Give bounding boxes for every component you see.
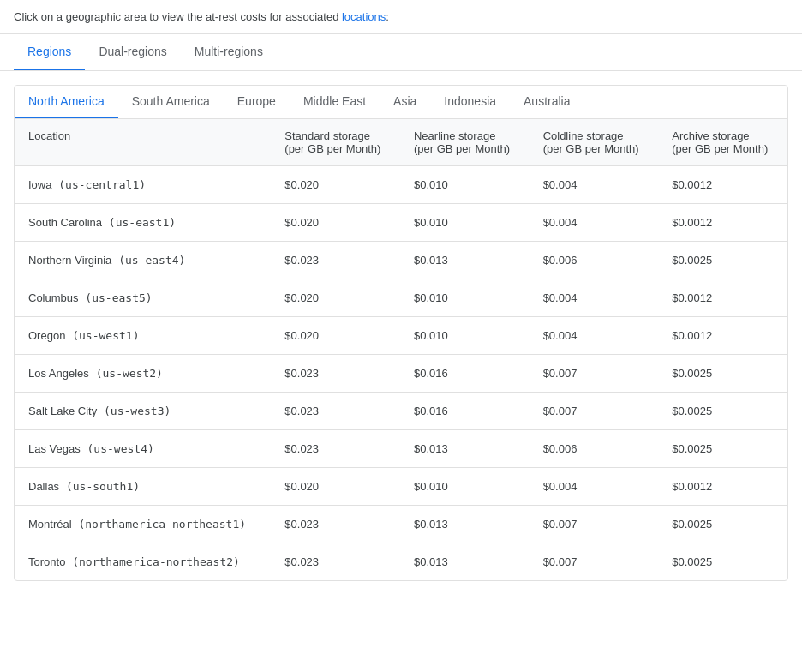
location-name: Dallas [28, 480, 59, 493]
cell-coldline: $0.004 [530, 317, 659, 355]
table-container: North America South America Europe Middl… [14, 85, 788, 581]
location-code: (us-east5) [79, 291, 153, 304]
location-code: (us-west2) [89, 367, 163, 380]
cell-nearline: $0.010 [400, 317, 530, 355]
location-code: (us-west1) [65, 329, 139, 342]
location-name: South Carolina [28, 216, 102, 229]
location-code: (us-west4) [81, 442, 154, 455]
outer-tabs-container: Regions Dual-regions Multi-regions [0, 34, 802, 71]
tab-multi-regions[interactable]: Multi-regions [181, 34, 277, 70]
inner-tab-south-america[interactable]: South America [118, 86, 224, 118]
cell-standard: $0.020 [271, 166, 400, 204]
cell-standard: $0.020 [271, 204, 400, 242]
cell-location: Salt Lake City (us-west3) [15, 393, 271, 430]
location-code: (us-east1) [102, 216, 176, 229]
cell-nearline: $0.013 [400, 242, 530, 279]
cell-location: Dallas (us-south1) [15, 468, 271, 506]
cell-archive: $0.0025 [658, 430, 787, 468]
cell-archive: $0.0012 [658, 468, 787, 506]
cell-coldline: $0.007 [530, 393, 659, 430]
table-row: Toronto (northamerica-northeast2)$0.023$… [15, 543, 787, 581]
cell-archive: $0.0012 [658, 204, 787, 242]
cell-standard: $0.023 [271, 393, 400, 430]
cell-coldline: $0.007 [530, 506, 659, 543]
cell-coldline: $0.004 [530, 204, 659, 242]
cell-nearline: $0.010 [400, 279, 530, 317]
table-row: Los Angeles (us-west2)$0.023$0.016$0.007… [15, 355, 787, 393]
inner-tab-indonesia[interactable]: Indonesia [430, 86, 510, 118]
col-header-nearline: Nearline storage(per GB per Month) [400, 119, 530, 166]
location-name: Iowa [28, 178, 51, 191]
cell-standard: $0.020 [271, 468, 400, 506]
cell-location: South Carolina (us-east1) [15, 204, 271, 242]
table-row: Oregon (us-west1)$0.020$0.010$0.004$0.00… [15, 317, 787, 355]
cell-location: Los Angeles (us-west2) [15, 355, 271, 393]
cell-nearline: $0.013 [400, 430, 530, 468]
cell-archive: $0.0012 [658, 279, 787, 317]
pricing-table: Location Standard storage(per GB per Mon… [15, 119, 787, 580]
cell-archive: $0.0025 [658, 543, 787, 581]
cell-archive: $0.0025 [658, 506, 787, 543]
cell-location: Columbus (us-east5) [15, 279, 271, 317]
location-name: Northern Virginia [28, 254, 111, 267]
cell-location: Montréal (northamerica-northeast1) [15, 506, 271, 543]
location-code: (northamerica-northeast2) [65, 555, 240, 568]
location-code: (northamerica-northeast1) [72, 518, 247, 531]
cell-nearline: $0.016 [400, 393, 530, 430]
location-name: Las Vegas [28, 442, 81, 455]
location-code: (us-south1) [59, 480, 140, 493]
cell-coldline: $0.004 [530, 279, 659, 317]
cell-archive: $0.0025 [658, 355, 787, 393]
tab-regions[interactable]: Regions [14, 34, 85, 70]
cell-archive: $0.0025 [658, 242, 787, 279]
cell-standard: $0.020 [271, 317, 400, 355]
cell-location: Iowa (us-central1) [15, 166, 271, 204]
cell-nearline: $0.010 [400, 166, 530, 204]
table-row: Columbus (us-east5)$0.020$0.010$0.004$0.… [15, 279, 787, 317]
locations-link[interactable]: locations [342, 10, 386, 23]
cell-nearline: $0.010 [400, 468, 530, 506]
top-bar: Click on a geographic area to view the a… [0, 0, 802, 34]
cell-archive: $0.0012 [658, 317, 787, 355]
table-row: Northern Virginia (us-east4)$0.023$0.013… [15, 242, 787, 279]
col-header-location: Location [15, 119, 271, 166]
content-area: North America South America Europe Middl… [0, 71, 802, 595]
table-row: Las Vegas (us-west4)$0.023$0.013$0.006$0… [15, 430, 787, 468]
inner-tab-middle-east[interactable]: Middle East [290, 86, 380, 118]
inner-tabs-container: North America South America Europe Middl… [15, 86, 787, 119]
cell-coldline: $0.004 [530, 166, 659, 204]
location-name: Salt Lake City [28, 405, 97, 417]
inner-tab-europe[interactable]: Europe [224, 86, 290, 118]
cell-location: Toronto (northamerica-northeast2) [15, 543, 271, 581]
inner-tab-north-america[interactable]: North America [15, 86, 118, 118]
cell-coldline: $0.006 [530, 430, 659, 468]
intro-suffix: : [386, 10, 389, 23]
table-row: Salt Lake City (us-west3)$0.023$0.016$0.… [15, 393, 787, 430]
cell-standard: $0.023 [271, 430, 400, 468]
cell-location: Northern Virginia (us-east4) [15, 242, 271, 279]
table-row: Montréal (northamerica-northeast1)$0.023… [15, 506, 787, 543]
location-code: (us-east4) [111, 254, 185, 267]
table-row: Iowa (us-central1)$0.020$0.010$0.004$0.0… [15, 166, 787, 204]
cell-location: Las Vegas (us-west4) [15, 430, 271, 468]
cell-nearline: $0.013 [400, 506, 530, 543]
cell-standard: $0.020 [271, 279, 400, 317]
inner-tab-asia[interactable]: Asia [380, 86, 430, 118]
location-name: Oregon [28, 329, 65, 342]
tab-dual-regions[interactable]: Dual-regions [85, 34, 180, 70]
location-name: Columbus [28, 291, 79, 304]
cell-coldline: $0.006 [530, 242, 659, 279]
cell-coldline: $0.007 [530, 355, 659, 393]
col-header-standard: Standard storage(per GB per Month) [271, 119, 400, 166]
location-code: (us-central1) [51, 178, 146, 191]
cell-coldline: $0.004 [530, 468, 659, 506]
cell-nearline: $0.010 [400, 204, 530, 242]
table-row: Dallas (us-south1)$0.020$0.010$0.004$0.0… [15, 468, 787, 506]
table-row: South Carolina (us-east1)$0.020$0.010$0.… [15, 204, 787, 242]
col-header-coldline: Coldline storage(per GB per Month) [530, 119, 659, 166]
inner-tab-australia[interactable]: Australia [510, 86, 584, 118]
location-code: (us-west3) [97, 405, 171, 417]
cell-coldline: $0.007 [530, 543, 659, 581]
location-name: Toronto [28, 555, 65, 568]
cell-standard: $0.023 [271, 355, 400, 393]
